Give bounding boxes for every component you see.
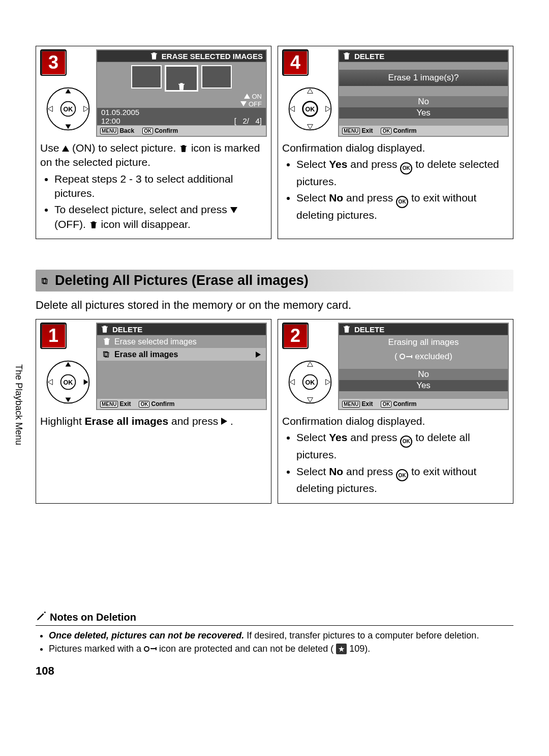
ok-icon: OK [400,162,412,175]
svg-marker-13 [326,106,330,112]
ok-icon: OK [396,196,408,208]
trash-all-icon [41,276,50,285]
svg-marker-4 [66,125,71,129]
ok-icon: OK [400,435,412,448]
lcd4-question: Erase 1 image(s)? [339,70,508,86]
svg-marker-11 [308,125,313,129]
lcd4-no: No [339,96,508,107]
lcd2b-line2: ( excluded) [339,350,508,364]
side-tab-label: The Playback Menu [12,361,25,448]
svg-marker-3 [66,89,71,93]
lcd2b-line1: Erasing all images [339,335,508,350]
menu-row-erase-all: Erase all images [97,348,266,361]
trash-icon [149,51,159,61]
svg-marker-25 [308,398,313,402]
section-intro: Delete all pictures stored in the memory… [36,299,513,312]
trash-icon [89,218,98,230]
step-4-badge: 4 [282,49,309,76]
step-2b-panel: 2 OK [278,319,513,504]
svg-marker-20 [84,380,88,385]
lcd4-title: DELETE [354,52,384,61]
svg-marker-12 [290,106,294,112]
lcd-screen-1b: DELETE Erase selected images Erase all i… [96,323,267,410]
lcd4-yes: Yes [339,107,508,119]
triangle-right-icon [221,418,227,425]
svg-marker-18 [66,398,71,402]
svg-marker-26 [290,380,294,385]
trash-icon [342,325,351,334]
lcd3-date: 01.05.2005 [101,108,139,117]
ok-icon: OK [396,469,408,481]
svg-marker-17 [66,362,71,366]
step-4-text: Confirmation dialog displayed. Select Ye… [282,141,509,223]
notes-section: Notes on Deletion Once deleted, pictures… [36,610,513,655]
dpad-icon: OK [287,359,333,407]
lcd-screen-2b: DELETE Erasing all images ( excluded) No… [338,323,509,410]
svg-marker-19 [48,380,52,385]
page-number: 108 [36,664,513,678]
trash-icon [179,142,188,154]
step-4-panel: 4 OK [278,46,513,239]
triangle-up-icon [62,146,69,152]
lcd3-title: ERASE SELECTED IMAGES [162,52,263,61]
step-3-panel: 3 OK [36,46,271,239]
lcd2b-no: No [339,369,508,380]
svg-text:OK: OK [306,106,315,113]
step-1b-panel: 1 OK [36,319,271,504]
svg-marker-6 [84,106,88,112]
page-ref-icon: ★ [336,644,347,655]
section-heading: Deleting All Pictures (Erase all images) [36,270,513,292]
step-2b-text: Confirmation dialog displayed. Select Ye… [282,414,509,496]
step-3-text: Use (ON) to select picture. icon is mark… [40,141,267,231]
protect-key-icon [144,646,157,652]
svg-text:OK: OK [64,379,73,386]
svg-marker-10 [308,89,313,93]
step-1b-text: Highlight Erase all images and press . [40,414,267,428]
dpad-icon: OK [45,359,91,407]
svg-text:OK: OK [64,106,73,113]
dpad-icon: OK [45,86,91,134]
step-1b-badge: 1 [40,323,67,349]
lcd3-time: 12:00 [101,117,120,125]
protect-key-icon [400,354,412,359]
menu-row-selected-images: Erase selected images [97,335,266,348]
svg-marker-27 [326,380,330,385]
svg-text:OK: OK [306,379,315,386]
pencil-icon [36,610,47,624]
thumbnail-icon [131,65,162,89]
lcd2b-yes: Yes [339,380,508,391]
thumbnail-icon [201,65,232,89]
svg-marker-5 [48,106,52,112]
step-2b-badge: 2 [282,323,309,349]
lcd-screen-3: ERASE SELECTED IMAGES [96,49,267,137]
thumbnail-selected-icon [165,65,198,92]
svg-marker-24 [308,362,313,366]
trash-icon [342,51,351,61]
trash-icon [100,325,109,334]
step-3-badge: 3 [40,49,67,76]
dpad-icon: OK [287,86,333,134]
lcd-screen-4: DELETE Erase 1 image(s)? No Yes MENU Exi… [338,49,509,137]
triangle-down-icon [230,207,237,213]
